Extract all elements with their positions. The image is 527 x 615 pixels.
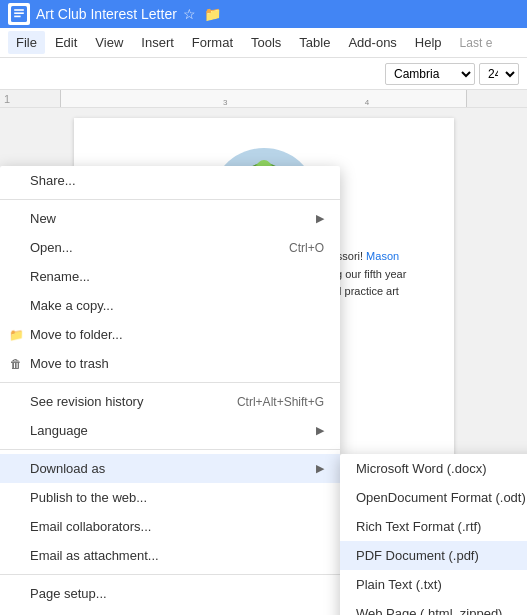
menu-publish-web[interactable]: Publish to the web... <box>0 483 340 512</box>
download-word[interactable]: Microsoft Word (.docx) <box>340 454 527 483</box>
page-number: 1 <box>4 93 10 105</box>
menu-format[interactable]: Format <box>184 31 241 54</box>
menu-file[interactable]: File <box>8 31 45 54</box>
menu-rename[interactable]: Rename... <box>0 262 340 291</box>
menu-tools[interactable]: Tools <box>243 31 289 54</box>
ruler-main: 3 4 <box>60 90 467 107</box>
ruler-tick-4: 4 <box>365 98 369 107</box>
menu-share[interactable]: Share... <box>0 166 340 195</box>
menu-print[interactable]: 🖨 Print Ctrl+P <box>0 608 340 615</box>
menu-email-attachment[interactable]: Email as attachment... <box>0 541 340 570</box>
app-logo <box>8 3 30 25</box>
download-submenu: Microsoft Word (.docx) OpenDocument Form… <box>340 454 527 615</box>
menu-table[interactable]: Table <box>291 31 338 54</box>
menu-language[interactable]: Language ▶ <box>0 416 340 445</box>
separator-4 <box>0 574 340 575</box>
download-odt[interactable]: OpenDocument Format (.odt) <box>340 483 527 512</box>
star-icon[interactable]: ☆ <box>183 6 196 22</box>
menu-new[interactable]: New ▶ <box>0 204 340 233</box>
ruler-tick-3: 3 <box>223 98 227 107</box>
menu-email-collaborators[interactable]: Email collaborators... <box>0 512 340 541</box>
download-txt[interactable]: Plain Text (.txt) <box>340 570 527 599</box>
svg-rect-3 <box>14 16 20 18</box>
trash-icon: 🗑 <box>8 357 24 371</box>
menu-help[interactable]: Help <box>407 31 450 54</box>
arrow-icon: ▶ <box>316 212 324 225</box>
top-bar-actions: ☆ 📁 <box>183 6 221 22</box>
download-pdf[interactable]: PDF Document (.pdf) 👆 <box>340 541 527 570</box>
menu-addons[interactable]: Add-ons <box>340 31 404 54</box>
menu-download-as[interactable]: Download as ▶ Microsoft Word (.docx) Ope… <box>0 454 340 483</box>
menu-edit[interactable]: Edit <box>47 31 85 54</box>
arrow-icon-download: ▶ <box>316 462 324 475</box>
font-toolbar: Cambria 24 <box>0 58 527 90</box>
menu-revision-history[interactable]: See revision history Ctrl+Alt+Shift+G <box>0 387 340 416</box>
download-html[interactable]: Web Page (.html, zipped) <box>340 599 527 615</box>
font-size-select[interactable]: 24 <box>479 63 519 85</box>
separator-2 <box>0 382 340 383</box>
arrow-icon-lang: ▶ <box>316 424 324 437</box>
folder-icon: 📁 <box>8 328 24 342</box>
menu-last[interactable]: Last e <box>452 32 501 54</box>
menu-view[interactable]: View <box>87 31 131 54</box>
separator-3 <box>0 449 340 450</box>
menu-open[interactable]: Open... Ctrl+O <box>0 233 340 262</box>
ruler: 1 3 4 <box>0 90 527 108</box>
svg-rect-2 <box>14 12 24 14</box>
document-title: Art Club Interest Letter <box>36 6 177 22</box>
separator-1 <box>0 199 340 200</box>
menu-bar: File Edit View Insert Format Tools Table… <box>0 28 527 58</box>
top-bar: Art Club Interest Letter ☆ 📁 <box>0 0 527 28</box>
download-rtf[interactable]: Rich Text Format (.rtf) <box>340 512 527 541</box>
menu-move-to-trash[interactable]: 🗑 Move to trash <box>0 349 340 378</box>
menu-insert[interactable]: Insert <box>133 31 182 54</box>
document-area: Share... New ▶ Open... Ctrl+O Rename... … <box>0 108 527 548</box>
svg-rect-1 <box>14 9 24 11</box>
menu-make-copy[interactable]: Make a copy... <box>0 291 340 320</box>
menu-page-setup[interactable]: Page setup... <box>0 579 340 608</box>
font-family-select[interactable]: Cambria <box>385 63 475 85</box>
file-dropdown: Share... New ▶ Open... Ctrl+O Rename... … <box>0 166 340 615</box>
folder-icon[interactable]: 📁 <box>204 6 221 22</box>
menu-move-to-folder[interactable]: 📁 Move to folder... <box>0 320 340 349</box>
